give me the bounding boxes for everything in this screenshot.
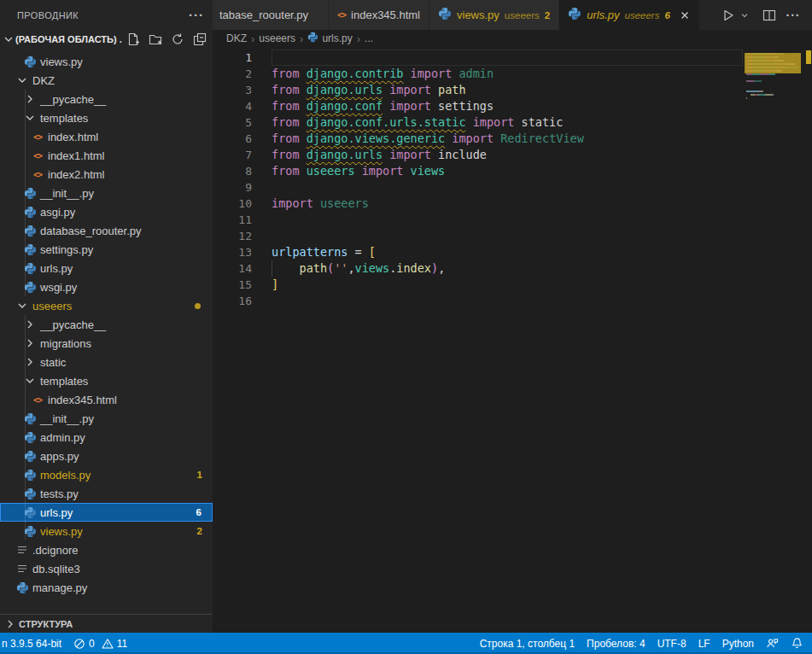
line-number[interactable]: 16 (213, 293, 272, 309)
tree-item-database_roouter.py[interactable]: database_roouter.py (0, 221, 213, 240)
eol-status[interactable]: LF (692, 633, 716, 654)
code-line-9: 9 (213, 179, 743, 196)
line-number[interactable]: 8 (213, 163, 272, 179)
close-icon[interactable] (679, 9, 691, 21)
tree-item-models.py[interactable]: models.py1 (0, 465, 213, 484)
tree-item-__init__.py[interactable]: __init__.py (0, 409, 213, 428)
line-number[interactable]: 14 (213, 260, 272, 277)
tree-item-views.py[interactable]: views.py2 (0, 522, 213, 540)
line-number[interactable]: 13 (213, 244, 272, 260)
breadcrumb-item-symbols[interactable]: ... (365, 32, 373, 44)
code-token: = (348, 245, 368, 259)
tree-item-label: static (40, 356, 66, 369)
tree-item-index.html[interactable]: <>index.html (0, 127, 213, 146)
tree-item-manage.py[interactable]: manage.py (0, 578, 213, 597)
problems-status[interactable]: 0 11 (67, 633, 133, 654)
code-token: import (445, 131, 500, 145)
tree-item-static[interactable]: static (0, 353, 213, 371)
tree-item-.dcignore[interactable]: .dcignore (0, 540, 213, 559)
line-number[interactable]: 7 (213, 147, 272, 163)
line-number[interactable]: 2 (213, 66, 272, 82)
line-number[interactable]: 1 (213, 50, 272, 66)
line-number[interactable]: 15 (213, 277, 272, 293)
tree-item-asgi.py[interactable]: asgi.py (0, 202, 213, 221)
tree-item-index1.html[interactable]: <>index1.html (0, 146, 213, 165)
code-token: django.contrib (307, 67, 404, 80)
run-python-file-button[interactable] (718, 5, 739, 26)
line-number[interactable]: 11 (213, 212, 272, 228)
encoding-status[interactable]: UTF-8 (651, 633, 692, 654)
file-icon (15, 562, 29, 575)
tree-item-label: index345.html (48, 394, 117, 406)
tree-item-views.py[interactable]: views.py (0, 52, 213, 71)
line-number[interactable]: 3 (213, 82, 272, 98)
explorer-more-actions-button[interactable]: ··· (189, 8, 204, 22)
code-editor[interactable]: 12from django.contrib import admin3from … (213, 47, 812, 633)
line-number[interactable]: 5 (213, 114, 272, 131)
tab-database-roouter-py[interactable]: tabase_roouter.py (213, 0, 328, 30)
collapse-all-icon[interactable] (192, 32, 207, 47)
cursor-position-status[interactable]: Строка 1, столбец 1 (474, 633, 581, 654)
tree-item-templates[interactable]: templates (0, 371, 213, 390)
new-folder-icon[interactable] (148, 32, 163, 47)
indentation-status[interactable]: Пробелов: 4 (581, 633, 651, 654)
language-mode-status[interactable]: Python (716, 633, 760, 654)
line-number[interactable]: 9 (213, 179, 272, 196)
minimap[interactable] (746, 50, 803, 104)
warning-icon (102, 638, 114, 650)
code-token: [ (369, 245, 376, 259)
tree-item-migrations[interactable]: migrations (0, 334, 213, 353)
tree-item-useeers[interactable]: useeers (0, 296, 213, 315)
line-number[interactable]: 10 (213, 196, 272, 212)
code-token: from (272, 148, 307, 161)
code-line-11: 11 (213, 212, 743, 228)
workspace-section-header[interactable]: (РАБОЧАЯ ОБЛАСТЬ) ... (0, 30, 213, 49)
tree-item-__pycache__[interactable]: __pycache__ (0, 315, 213, 334)
refresh-icon[interactable] (170, 32, 185, 47)
tree-item-urls.py[interactable]: urls.py (0, 259, 213, 277)
split-editor-icon[interactable] (759, 5, 780, 26)
line-number[interactable]: 12 (213, 228, 272, 244)
tree-item-urls.py[interactable]: urls.py6 (0, 503, 213, 522)
tab-index345-html[interactable]: <> index345.html (329, 0, 429, 30)
file-icon (15, 543, 29, 557)
tab-urls-py[interactable]: urls.py useeers 6 (559, 0, 699, 30)
outline-section-header[interactable]: СТРУКТУРА (0, 614, 213, 633)
minimap-warning-highlight (745, 53, 801, 73)
tree-item-index345.html[interactable]: <>index345.html (0, 390, 213, 409)
tree-item-wsgi.py[interactable]: wsgi.py (0, 277, 213, 296)
breadcrumb: DKZ › useeers › urls.py › ... (213, 30, 812, 47)
tree-item-label: models.py (40, 469, 91, 482)
breadcrumb-item-useeers[interactable]: useeers (259, 32, 295, 44)
breadcrumb-item-dkz[interactable]: DKZ (226, 32, 247, 44)
tree-item-tests.py[interactable]: tests.py (0, 484, 213, 503)
breadcrumb-item-urls-py[interactable]: urls.py (307, 32, 352, 45)
tree-item-__pycache__[interactable]: __pycache__ (0, 90, 213, 108)
chevron-down-icon (15, 73, 29, 87)
tab-views-py[interactable]: views.py useeers 2 (429, 0, 558, 30)
overview-ruler (804, 47, 812, 633)
tree-item-apps.py[interactable]: apps.py (0, 447, 213, 465)
error-icon (73, 638, 85, 650)
line-number[interactable]: 4 (213, 98, 272, 114)
new-file-icon[interactable] (126, 32, 141, 47)
tree-item-__init__.py[interactable]: __init__.py (0, 184, 213, 202)
notifications-bell-icon[interactable] (785, 633, 812, 654)
code-token: '' (334, 261, 348, 275)
tree-item-templates[interactable]: templates (0, 108, 213, 127)
code-area[interactable]: 12from django.contrib import admin3from … (213, 47, 743, 633)
explorer-sidebar: ПРОВОДНИК ··· (РАБОЧАЯ ОБЛАСТЬ) ... (0, 0, 213, 633)
code-line-content: from django.urls import path (272, 82, 743, 98)
tree-item-settings.py[interactable]: settings.py (0, 240, 213, 259)
tree-item-db.sqlite3[interactable]: db.sqlite3 (0, 559, 213, 578)
more-actions-icon[interactable]: ··· (783, 5, 803, 26)
run-dropdown-chevron-icon[interactable] (739, 5, 751, 26)
feedback-icon[interactable] (760, 633, 785, 654)
tree-item-index2.html[interactable]: <>index2.html (0, 165, 213, 184)
tree-item-DKZ[interactable]: DKZ (0, 71, 213, 90)
python-interpreter-status[interactable]: n 3.9.5 64-bit (0, 633, 67, 654)
line-number[interactable]: 6 (213, 131, 272, 147)
code-token: settings (438, 99, 494, 113)
tree-item-label: DKZ (32, 74, 55, 87)
tree-item-admin.py[interactable]: admin.py (0, 428, 213, 447)
